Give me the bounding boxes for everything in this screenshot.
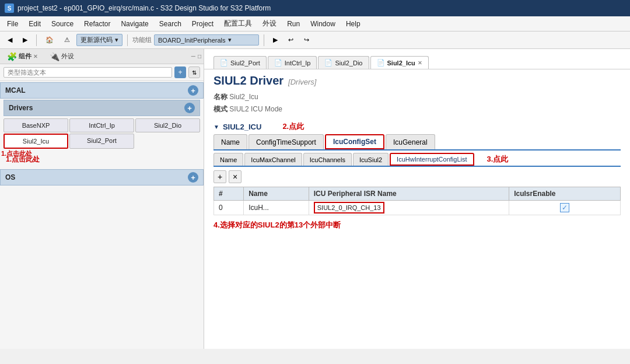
- cell-isr-name[interactable]: SIUL2_0_IRQ_CH_13: [309, 201, 509, 215]
- menu-navigate[interactable]: Navigate: [116, 18, 153, 30]
- meta-name-value: Siul2_Icu: [229, 93, 258, 101]
- os-add-btn[interactable]: +: [188, 172, 198, 183]
- sub-tab-maxchannel[interactable]: IcuMaxChannel: [244, 153, 302, 166]
- table-add-btn[interactable]: +: [214, 170, 226, 183]
- main-tab-row: Name ConfigTimeSupport IcuConfigSet IcuG…: [214, 134, 621, 150]
- toolbar-fwd-btn[interactable]: ▶: [19, 34, 32, 46]
- minimize-icon[interactable]: ─: [191, 53, 195, 60]
- toolbar-action3[interactable]: ↪: [300, 34, 313, 46]
- update-source-btn[interactable]: 更新源代码 ▾: [76, 34, 123, 46]
- menu-source[interactable]: Source: [47, 18, 78, 30]
- siul2icu-label: Siul2_Icu: [387, 60, 415, 66]
- comp-siul2dio[interactable]: Siul2_Dio: [135, 118, 200, 132]
- sub-tab-icusiul2[interactable]: IcuSiul2: [353, 153, 388, 166]
- toolbar-icon2[interactable]: ⚠: [60, 34, 74, 46]
- meta-mode-key: 模式: [214, 105, 228, 113]
- menu-config[interactable]: 配置工具: [219, 17, 257, 30]
- section-os[interactable]: OS +: [0, 169, 204, 186]
- os-label: OS: [5, 173, 15, 181]
- tab-intctrl[interactable]: 📄 IntCtrl_Ip: [268, 56, 317, 69]
- sub-tab-hwinterrupt[interactable]: IcuHwInterruptConfigList: [390, 153, 474, 166]
- toolbar-icon1[interactable]: 🏠: [41, 34, 58, 46]
- toolbar-back-btn[interactable]: ◀: [4, 34, 16, 46]
- sub-tab-name[interactable]: Name: [214, 153, 243, 166]
- tab-icugeneral[interactable]: IcuGeneral: [386, 134, 435, 149]
- sub-tab-channels[interactable]: IcuChannels: [303, 153, 352, 166]
- menu-file[interactable]: File: [2, 18, 23, 30]
- table-delete-btn[interactable]: ×: [229, 170, 242, 183]
- mcal-add-btn[interactable]: +: [188, 85, 198, 96]
- siul2dio-label: Siul2_Dio: [335, 60, 362, 66]
- sub-tab-row: Name IcuMaxChannel IcuChannels IcuSiul2 …: [214, 153, 621, 167]
- toolbar-action2[interactable]: ↩: [284, 34, 298, 46]
- filter-add-btn[interactable]: +: [174, 66, 186, 78]
- tab-icuconfigset[interactable]: IcuConfigSet: [325, 134, 384, 149]
- isr-name-field[interactable]: SIUL2_0_IRQ_CH_13: [314, 202, 384, 214]
- toolbar-action1[interactable]: ▶: [269, 34, 282, 46]
- filter-sort-btn[interactable]: ⇅: [188, 66, 200, 78]
- tab-name[interactable]: Name: [214, 134, 247, 149]
- siul2dio-icon: 📄: [324, 59, 332, 66]
- menu-help[interactable]: Help: [341, 18, 365, 30]
- drivers-add-btn[interactable]: +: [184, 103, 195, 113]
- config-section-label: SIUL2_ICU: [223, 123, 261, 131]
- isr-enable-checkbox[interactable]: ✓: [560, 203, 569, 212]
- toolbar-sep2: [127, 34, 128, 46]
- menu-run[interactable]: Run: [282, 18, 304, 30]
- component-grid: BaseNXP IntCtrl_Ip Siul2_Dio Siul2_Icu 1…: [0, 116, 204, 151]
- title-bar: S project_test2 - ep001_GPIO_eirq/src/ma…: [0, 0, 630, 16]
- annotation-3: 3.点此: [487, 154, 509, 164]
- driver-meta-mode: 模式 SIUL2 ICU Mode: [214, 104, 621, 114]
- tab-configtime[interactable]: ConfigTimeSupport: [249, 134, 324, 149]
- cell-name: IcuH...: [244, 201, 309, 215]
- menu-search[interactable]: Search: [155, 18, 186, 30]
- section-mcal[interactable]: MCAL +: [0, 82, 204, 99]
- main-layout: 🧩 组件 ✕ 🔌 外设 ─ □ + ⇅ MCAL + Dri: [0, 49, 630, 349]
- meta-name-key: 名称: [214, 93, 228, 101]
- tab-components-label: 组件: [19, 52, 32, 61]
- siul2icu-icon: 📄: [377, 59, 385, 66]
- annotation-2: 2.点此: [282, 121, 304, 132]
- cell-isr-enable: ✓: [509, 201, 621, 215]
- table-row: 0 IcuH... SIUL2_0_IRQ_CH_13 ✓: [214, 201, 621, 215]
- tab-peripheral[interactable]: 🔌 外设: [45, 51, 79, 62]
- tab-siul2icu[interactable]: 📄 Siul2_Icu ✕: [370, 56, 429, 69]
- annotation-4: 4.选择对应的SIUL2的第13个外部中断: [214, 220, 621, 230]
- tab-components[interactable]: 🧩 组件 ✕: [2, 51, 43, 62]
- tab-components-close[interactable]: ✕: [33, 54, 38, 60]
- comp-basenxp-label: BaseNXP: [22, 122, 50, 129]
- col-num: #: [214, 187, 244, 201]
- comp-intctrl-label: IntCtrl_Ip: [89, 122, 115, 129]
- maximize-icon[interactable]: □: [198, 53, 201, 60]
- config-chevron[interactable]: ▼: [214, 124, 219, 130]
- tab-siul2dio[interactable]: 📄 Siul2_Dio: [318, 56, 369, 69]
- menu-edit[interactable]: Edit: [24, 18, 46, 30]
- col-isr-enable: IcuIsrEnable: [509, 187, 621, 201]
- menu-window[interactable]: Window: [306, 18, 340, 30]
- siul2icu-close[interactable]: ✕: [418, 60, 422, 66]
- board-selector[interactable]: BOARD_InitPeripherals ▾: [154, 34, 259, 46]
- menu-refactor[interactable]: Refactor: [79, 18, 115, 30]
- filter-input[interactable]: [4, 67, 172, 78]
- menu-peripheral[interactable]: 外设: [258, 17, 281, 30]
- menu-project[interactable]: Project: [187, 18, 218, 30]
- app-icon: S: [5, 4, 14, 13]
- data-table: # Name ICU Peripheral ISR Name IcuIsrEna…: [214, 187, 621, 215]
- board-chevron: ▾: [228, 36, 232, 44]
- comp-siul2port[interactable]: Siul2_Port: [69, 134, 134, 149]
- section-drivers[interactable]: Drivers +: [4, 100, 200, 116]
- comp-intctrl[interactable]: IntCtrl_Ip: [69, 118, 134, 132]
- panel-minimize-btns: ─ □: [191, 53, 201, 60]
- board-name: BOARD_InitPeripherals: [158, 37, 226, 44]
- comp-basenxp[interactable]: BaseNXP: [4, 118, 68, 132]
- comp-siul2dio-label: Siul2_Dio: [154, 122, 181, 129]
- toolbar: ◀ ▶ 🏠 ⚠ 更新源代码 ▾ 功能组 BOARD_InitPeripheral…: [0, 32, 630, 49]
- update-source-label: 更新源代码: [80, 36, 113, 44]
- comp-siul2icu[interactable]: Siul2_Icu 1.点击此处: [4, 134, 68, 149]
- tab-siul2port[interactable]: 📄 Siul2_Port: [214, 56, 267, 69]
- col-isr-name: ICU Peripheral ISR Name: [309, 187, 509, 201]
- ext-icon: 🔌: [50, 52, 60, 61]
- config-section-header: ▼ SIUL2_ICU 2.点此: [214, 121, 621, 132]
- col-name: Name: [244, 187, 309, 201]
- intctrl-label: IntCtrl_Ip: [285, 60, 311, 66]
